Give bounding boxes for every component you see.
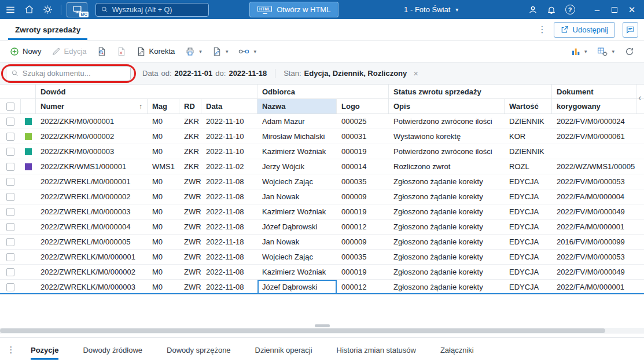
cell-numer[interactable]: 2022/ZWREKLK/M0/000003 bbox=[36, 280, 148, 294]
clear-state-filter-icon[interactable]: × bbox=[413, 69, 418, 78]
cell-opis[interactable]: Wystawiono korektę bbox=[389, 129, 505, 144]
cell-numer[interactable]: 2022/ZKR/WMS1/000001 bbox=[36, 159, 148, 174]
horizontal-scrollbar[interactable] bbox=[0, 328, 644, 334]
cell-numer[interactable]: 2022/ZKR/M0/000001 bbox=[36, 114, 148, 129]
date-filter[interactable]: Data od: 2022-11-01 do: 2022-11-18 bbox=[142, 69, 267, 78]
cell-dokument[interactable]: 2022/FA/M0/000004 bbox=[552, 189, 636, 204]
cell-mag[interactable]: M0 bbox=[148, 114, 179, 129]
cell-logo[interactable]: 000019 bbox=[337, 265, 389, 279]
cell-data[interactable]: 2022-11-10 bbox=[201, 114, 257, 129]
delete-document-button[interactable] bbox=[112, 43, 131, 60]
cell-nazwa[interactable]: Jan Nowak bbox=[257, 189, 337, 204]
bottom-tab-5[interactable]: Historia zmian statusów bbox=[337, 338, 416, 362]
table-row[interactable]: 2022/ZWREKLK/M0/000001M0ZWREKLK2022-11-0… bbox=[0, 250, 644, 265]
cell-dokument[interactable]: 2022/FV/M0/000061 bbox=[552, 129, 636, 144]
settings-gear-icon[interactable] bbox=[38, 0, 57, 19]
cell-logo[interactable]: 000035 bbox=[337, 174, 389, 189]
cell-data[interactable]: 2022-11-08 bbox=[201, 265, 257, 279]
table-row[interactable]: 2022/ZKR/M0/000001M0ZKR2022-11-10Adam Ma… bbox=[0, 114, 644, 129]
global-search-field[interactable] bbox=[112, 6, 203, 14]
cell-dokument[interactable]: 2022/FV/M0/000053 bbox=[552, 174, 636, 189]
date-to-value[interactable]: 2022-11-18 bbox=[229, 69, 267, 78]
cell-data[interactable]: 2022-11-08 bbox=[201, 250, 257, 264]
cell-data[interactable]: 2022-11-10 bbox=[201, 144, 257, 159]
cell-dokument[interactable]: 2022/FV/M0/000024 bbox=[552, 114, 636, 129]
column-header-wartosc[interactable]: Wartość bbox=[505, 99, 552, 114]
cell-logo[interactable]: 000031 bbox=[337, 129, 389, 144]
cell-rd[interactable]: ZWREKL bbox=[179, 235, 201, 249]
cell-numer[interactable]: 2022/ZKR/M0/000003 bbox=[36, 144, 148, 159]
cell-wartosc[interactable]: EDYCJA bbox=[505, 235, 552, 249]
bottom-tab-1[interactable]: Pozycje bbox=[31, 338, 58, 362]
close-button[interactable]: ✕ bbox=[623, 0, 641, 19]
column-header-data[interactable]: Data bbox=[201, 99, 257, 114]
bc-module-icon[interactable]: BC bbox=[67, 2, 87, 17]
row-checkbox[interactable] bbox=[6, 208, 14, 216]
cell-data[interactable]: 2022-11-08 bbox=[201, 204, 257, 219]
bottom-tab-4[interactable]: Dziennik operacji bbox=[255, 338, 312, 362]
document-search-input[interactable] bbox=[23, 69, 125, 78]
column-header-rd[interactable]: RD bbox=[179, 99, 201, 114]
cell-mag[interactable]: M0 bbox=[148, 129, 179, 144]
cell-dokument[interactable]: 2022/FV/M0/000053 bbox=[552, 250, 636, 264]
cell-opis[interactable]: Potwierdzono zwrócone ilości bbox=[389, 144, 505, 159]
cell-data[interactable]: 2022-11-10 bbox=[201, 129, 257, 144]
user-icon[interactable] bbox=[524, 0, 542, 19]
splitter-handle[interactable] bbox=[0, 323, 644, 328]
company-selector[interactable]: 1 - Foto Świat ▾ bbox=[338, 5, 524, 14]
column-header-numer[interactable]: Numer↑ bbox=[36, 99, 148, 114]
refresh-button[interactable] bbox=[620, 43, 639, 60]
cell-wartosc[interactable]: EDYCJA bbox=[505, 204, 552, 219]
help-icon[interactable]: ? bbox=[561, 0, 579, 19]
cell-mag[interactable]: WMS1 bbox=[148, 159, 179, 174]
row-checkbox[interactable] bbox=[6, 193, 14, 201]
cell-logo[interactable]: 000019 bbox=[337, 204, 389, 219]
table-row[interactable]: 2022/ZWREKL/M0/000004M0ZWREKL2022-11-08J… bbox=[0, 220, 644, 235]
cell-mag[interactable]: M0 bbox=[148, 220, 179, 234]
cell-wartosc[interactable]: EDYCJA bbox=[505, 189, 552, 204]
cell-data[interactable]: 2022-11-02 bbox=[201, 159, 257, 174]
bottom-panel-menu-icon[interactable]: ⋮ bbox=[3, 345, 19, 355]
cell-numer[interactable]: 2022/ZWREKLK/M0/000001 bbox=[36, 250, 148, 264]
chat-icon[interactable] bbox=[623, 22, 638, 38]
cell-numer[interactable]: 2022/ZWREKL/M0/000004 bbox=[36, 220, 148, 234]
preview-document-button[interactable] bbox=[92, 43, 112, 60]
cell-numer[interactable]: 2022/ZWREKL/M0/000002 bbox=[36, 189, 148, 204]
cell-logo[interactable]: 000012 bbox=[337, 220, 389, 234]
cell-dokument[interactable]: 2022/FV/M0/000049 bbox=[552, 265, 636, 279]
documents-button[interactable]: ▾ bbox=[207, 43, 234, 60]
cell-opis[interactable]: Zgłoszono żądanie korekty bbox=[389, 280, 505, 294]
cell-rd[interactable]: ZWREKL bbox=[179, 189, 201, 204]
table-row[interactable]: 2022/ZKR/M0/000002M0ZKR2022-11-10Mirosła… bbox=[0, 129, 644, 144]
cell-opis[interactable]: Rozliczono zwrot bbox=[389, 159, 505, 174]
table-row[interactable]: 2022/ZWREKLK/M0/000002M0ZWREKLK2022-11-0… bbox=[0, 265, 644, 280]
row-checkbox[interactable] bbox=[6, 178, 14, 186]
cell-wartosc[interactable]: EDYCJA bbox=[505, 265, 552, 279]
cell-rd[interactable]: ZWREKL bbox=[179, 220, 201, 234]
row-checkbox[interactable] bbox=[6, 118, 14, 126]
row-checkbox[interactable] bbox=[6, 253, 14, 261]
cell-dokument[interactable]: 2022/WZ/WMS1/00005 bbox=[552, 159, 636, 174]
cell-wartosc[interactable]: ROZL bbox=[505, 159, 552, 174]
state-filter[interactable]: Stan: Edycja, Dziennik, Rozliczony × bbox=[284, 69, 418, 78]
cell-data[interactable]: 2022-11-08 bbox=[201, 280, 257, 294]
cell-mag[interactable]: M0 bbox=[148, 235, 179, 249]
cell-nazwa[interactable]: Kazimierz Woźniak bbox=[257, 144, 337, 159]
table-row[interactable]: 2022/ZWREKLK/M0/000003M0ZWREKLK2022-11-0… bbox=[0, 280, 644, 295]
table-row[interactable]: 2022/ZKR/WMS1/000001WMS1ZKR2022-11-02Jer… bbox=[0, 159, 644, 174]
table-settings-button[interactable]: ▾ bbox=[592, 43, 620, 60]
row-checkbox[interactable] bbox=[6, 163, 14, 171]
state-filter-value[interactable]: Edycja, Dziennik, Rozliczony bbox=[304, 69, 407, 78]
table-row[interactable]: 2022/ZWREKL/M0/000002M0ZWREKL2022-11-08J… bbox=[0, 189, 644, 204]
row-checkbox[interactable] bbox=[6, 148, 14, 156]
cell-mag[interactable]: M0 bbox=[148, 204, 179, 219]
scrollbar-thumb[interactable] bbox=[0, 328, 605, 333]
cell-rd[interactable]: ZKR bbox=[179, 144, 201, 159]
cell-opis[interactable]: Zgłoszono żądanie korekty bbox=[389, 235, 505, 249]
cell-dokument[interactable]: 2022/FA/M0/000001 bbox=[552, 280, 636, 294]
cell-opis[interactable]: Zgłoszono żądanie korekty bbox=[389, 174, 505, 189]
cell-nazwa[interactable]: Kazimierz Woźniak bbox=[257, 204, 337, 219]
notifications-bell-icon[interactable] bbox=[542, 0, 561, 19]
table-row[interactable]: 2022/ZWREKL/M0/000003M0ZWREKL2022-11-08K… bbox=[0, 204, 644, 220]
cell-opis[interactable]: Potwierdzono zwrócone ilości bbox=[389, 114, 505, 129]
